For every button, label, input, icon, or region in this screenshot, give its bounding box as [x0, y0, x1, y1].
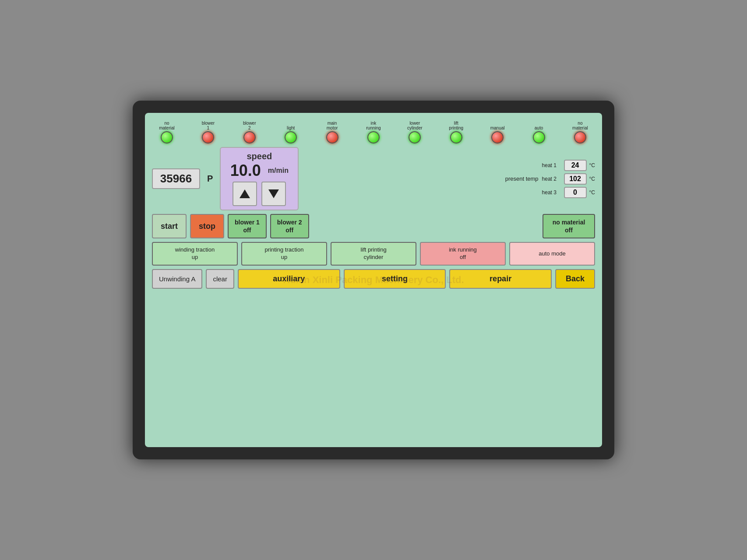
indicator-blower2-light	[243, 131, 256, 144]
machine-frame: Ruian Xinli Packing Machinery Co., Ltd. …	[133, 101, 614, 459]
indicator-no-material-light	[161, 131, 173, 144]
printing-traction-button[interactable]: printing traction up	[241, 242, 327, 266]
indicator-lower-cylinder-light	[409, 131, 421, 144]
speed-controls	[233, 182, 286, 206]
heat2-unit: °C	[589, 176, 595, 182]
clear-button[interactable]: clear	[206, 269, 234, 289]
heat1-value: 24	[564, 160, 587, 171]
speed-down-button[interactable]	[261, 182, 286, 206]
heat1-row: heat 1 24 °C	[542, 160, 595, 171]
unwinding-a-button[interactable]: Unwinding A	[152, 269, 202, 289]
indicator-lower-cylinder: lowercylinder	[402, 121, 428, 144]
row3: start stop blower 1 off blower 2 off no …	[152, 214, 595, 238]
indicator-manual: manual	[484, 126, 511, 144]
heat3-label: heat 3	[542, 189, 561, 196]
indicator-blower1: blower1	[195, 121, 221, 144]
speed-block: speed 10.0 m/min	[220, 147, 299, 210]
stop-button[interactable]: stop	[190, 214, 224, 238]
present-temp-label: present temp	[505, 175, 539, 182]
indicator-lower-cylinder-label: lowercylinder	[407, 121, 422, 130]
indicator-ink-running: inkrunning	[360, 121, 387, 144]
svg-marker-0	[240, 189, 250, 198]
heat3-value: 0	[564, 187, 587, 198]
speed-value: 10.0	[230, 161, 261, 180]
indicator-auto: auto	[526, 126, 552, 144]
indicator-auto-light	[533, 131, 545, 144]
indicator-lift-printing-light	[450, 131, 462, 144]
row2: 35966 P speed 10.0 m/min	[152, 147, 595, 210]
indicator-no-material2: nomaterial	[567, 121, 593, 144]
speed-title: speed	[247, 151, 272, 161]
indicator-manual-light	[491, 131, 504, 144]
indicator-lift-printing: liftprinting	[443, 121, 469, 144]
screen: Ruian Xinli Packing Machinery Co., Ltd. …	[145, 113, 602, 447]
indicator-blower2: blower2	[236, 121, 263, 144]
no-material-button[interactable]: no material off	[543, 214, 595, 238]
indicator-manual-label: manual	[490, 126, 505, 130]
auto-mode-button[interactable]: auto mode	[509, 242, 595, 266]
heat-section: present temp heat 1 24 °C heat 2 102 °C …	[505, 160, 595, 198]
counter-display: 35966	[152, 168, 200, 189]
lift-printing-cylinder-button[interactable]: lift printing cylinder	[331, 242, 416, 266]
ink-running-button[interactable]: ink running off	[420, 242, 506, 266]
row4: winding traction up printing traction up…	[152, 242, 595, 266]
indicator-lift-printing-label: liftprinting	[449, 121, 463, 130]
repair-button[interactable]: repair	[449, 269, 552, 289]
auxiliary-button[interactable]: auxiliary	[238, 269, 340, 289]
indicator-light: light	[278, 126, 304, 144]
indicator-ink-running-label: inkrunning	[366, 121, 381, 130]
heat2-label: heat 2	[542, 176, 561, 182]
speed-up-button[interactable]	[233, 182, 257, 206]
indicator-light-label: light	[287, 126, 295, 130]
indicator-no-material: nomaterial	[154, 121, 180, 144]
indicator-blower2-label: blower2	[243, 121, 256, 130]
blower1-button[interactable]: blower 1 off	[228, 214, 267, 238]
heat3-unit: °C	[589, 189, 595, 196]
heat-values: heat 1 24 °C heat 2 102 °C heat 3 0 °C	[542, 160, 595, 198]
heat2-value: 102	[564, 173, 587, 185]
indicator-light-light	[285, 131, 297, 144]
heat1-unit: °C	[589, 162, 595, 168]
blower2-button[interactable]: blower 2 off	[270, 214, 309, 238]
heat2-row: heat 2 102 °C	[542, 173, 595, 185]
indicator-main-motor-label: mainmotor	[327, 121, 338, 130]
heat3-row: heat 3 0 °C	[542, 187, 595, 198]
indicator-main-motor: mainmotor	[319, 121, 345, 144]
p-label: P	[207, 174, 213, 184]
indicator-no-material2-light	[574, 131, 586, 144]
indicator-no-material2-label: nomaterial	[572, 121, 588, 130]
setting-button[interactable]: setting	[344, 269, 446, 289]
speed-value-row: 10.0 m/min	[230, 161, 289, 180]
indicator-blower1-light	[202, 131, 214, 144]
indicator-row: nomaterial blower1 blower2 light mainmot…	[152, 121, 595, 144]
indicator-ink-running-light	[367, 131, 380, 144]
speed-unit: m/min	[268, 167, 289, 175]
indicator-no-material-label: nomaterial	[159, 121, 175, 130]
row5: Unwinding A clear auxiliary setting repa…	[152, 269, 595, 289]
indicator-blower1-label: blower1	[202, 121, 215, 130]
indicator-auto-label: auto	[535, 126, 543, 130]
indicator-main-motor-light	[326, 131, 338, 144]
winding-traction-button[interactable]: winding traction up	[152, 242, 238, 266]
back-button[interactable]: Back	[555, 269, 595, 289]
row3-spacer	[313, 214, 539, 238]
start-button[interactable]: start	[152, 214, 187, 238]
heat1-label: heat 1	[542, 162, 561, 168]
svg-marker-1	[268, 189, 279, 198]
